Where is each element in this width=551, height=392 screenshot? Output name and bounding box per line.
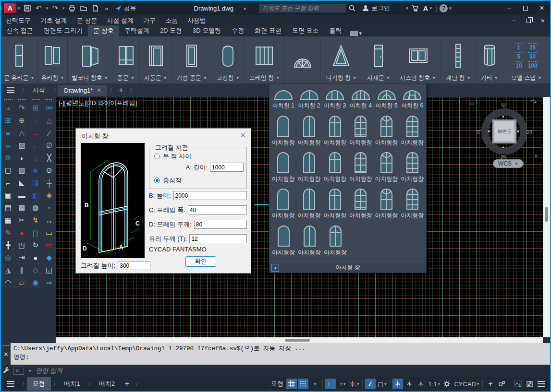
tool-icon[interactable]: ◠: [2, 276, 14, 289]
command-prompt-icon[interactable]: >_: [13, 367, 24, 375]
flyout-item[interactable]: 아치창 5: [374, 90, 400, 110]
flyout-item[interactable]: 아치형창: [348, 116, 374, 147]
drawing-menu-icon[interactable]: [7, 90, 14, 91]
model-snap-value[interactable]: 100: [528, 61, 538, 69]
radio-two-points-label[interactable]: 두 점 사이: [163, 152, 191, 161]
ribbon-tab[interactable]: 주택설계: [119, 25, 155, 36]
help-icon[interactable]: ?: [440, 4, 448, 12]
model-snap-value[interactable]: 1: [515, 43, 522, 51]
app-store-caret[interactable]: ▾: [428, 6, 433, 11]
tool-icon[interactable]: ↑: [29, 114, 42, 127]
ribbon-item-model-snap[interactable]: 12555010100 모델 스냅▼: [503, 36, 550, 83]
tool-icon[interactable]: △: [15, 127, 28, 139]
compass-center[interactable]: 평면도: [492, 119, 516, 143]
layout-tab[interactable]: 배치1: [58, 377, 86, 391]
tool-icon[interactable]: ◈: [43, 189, 55, 202]
tool-icon[interactable]: ╳: [43, 152, 55, 164]
tool-icon[interactable]: ←: [29, 139, 42, 152]
fullscreen-icon[interactable]: [524, 379, 535, 389]
tool-icon[interactable]: ∏: [29, 226, 42, 239]
undo-caret[interactable]: ▾: [45, 6, 50, 11]
isometric-toggle[interactable]: ▾: [348, 379, 360, 389]
more-tools-icon[interactable]: »: [101, 2, 112, 14]
tool-icon[interactable]: ▨: [15, 164, 28, 177]
tool-icon[interactable]: ⊕: [15, 114, 28, 127]
ribbon-tab[interactable]: 수정: [226, 25, 249, 36]
ribbon-tab[interactable]: 출력: [324, 25, 347, 36]
annotation-visibility-toggle[interactable]: [392, 379, 403, 389]
home-icon[interactable]: ⌂: [470, 99, 474, 107]
status-customize-icon[interactable]: [538, 383, 545, 384]
tool-icon[interactable]: ↓: [29, 152, 42, 164]
flyout-item[interactable]: 아치형창: [348, 152, 374, 183]
ok-button[interactable]: 확인: [185, 256, 216, 267]
compass-menu-caret[interactable]: ▾: [535, 154, 537, 159]
tab-close-icon[interactable]: ✕: [97, 87, 101, 94]
tool-icon[interactable]: ∅: [43, 139, 55, 152]
snap-toggle[interactable]: [298, 379, 308, 389]
layout-tab[interactable]: 배치2: [93, 377, 121, 391]
flyout-item[interactable]: 아치형창: [270, 152, 296, 183]
tool-icon[interactable]: ✂: [15, 214, 28, 226]
doc-close-button[interactable]: ×: [536, 16, 550, 25]
polar-tracking-toggle[interactable]: ◔▾: [337, 379, 347, 389]
help-caret[interactable]: ▾: [448, 6, 453, 11]
search-input[interactable]: 키워드 또는 구절 입력: [259, 3, 346, 13]
flyout-item[interactable]: 아치형창: [348, 189, 374, 220]
tool-icon[interactable]: ⇒: [43, 276, 55, 289]
tool-icon[interactable]: ⊙: [43, 164, 55, 177]
tool-icon[interactable]: ▭: [43, 239, 55, 251]
flyout-item[interactable]: 아치창 3: [322, 90, 348, 110]
ribbon-item-polygon-window[interactable]: 다각형 창▼: [321, 36, 362, 83]
ribbon-item-glass-window[interactable]: 유리창▼: [38, 36, 68, 83]
radio-two-points[interactable]: [154, 154, 160, 159]
undo-icon[interactable]: ↶: [33, 2, 45, 14]
tool-icon[interactable]: ⊞: [2, 114, 14, 127]
tool-icon[interactable]: ╋: [2, 239, 14, 251]
flyout-item[interactable]: 아치형창: [296, 189, 322, 220]
flyout-item[interactable]: 아치형창: [322, 226, 348, 257]
flyout-item[interactable]: 아치창 2: [296, 90, 322, 110]
menu-item[interactable]: 가구: [138, 16, 160, 25]
radio-center-point[interactable]: [154, 178, 160, 183]
tool-icon[interactable]: ⇥: [15, 251, 28, 264]
search-icon[interactable]: [346, 2, 358, 14]
ribbon-tab[interactable]: 신속 접근: [1, 25, 38, 36]
tool-icon[interactable]: ◉: [29, 276, 42, 289]
ribbon-tab[interactable]: 3D 모델링: [187, 25, 226, 36]
ribbon-item-frame-window[interactable]: 프레임 창▼: [245, 36, 285, 83]
draw-height-input[interactable]: [118, 261, 150, 270]
h-scroll-handle[interactable]: [285, 339, 310, 342]
new-drawing-button[interactable]: +: [115, 85, 127, 95]
tool-icon[interactable]: ┼: [43, 177, 55, 189]
command-drag-grip[interactable]: [2, 344, 9, 346]
menu-item[interactable]: 시설 설계: [102, 16, 138, 25]
tab-start[interactable]: 시작: [27, 84, 51, 96]
redo-icon[interactable]: ↷: [49, 2, 61, 14]
command-input[interactable]: 명령 입력: [36, 367, 63, 375]
flyout-item[interactable]: 아치형창: [322, 116, 348, 147]
tool-icon[interactable]: ◕: [2, 102, 14, 114]
command-history-text[interactable]: C:\Users\jeffy\AppData\Local\Temp\Drawin…: [11, 343, 550, 365]
tool-icon[interactable]: ◎: [2, 251, 14, 264]
b-height-input[interactable]: [173, 191, 247, 200]
tool-icon[interactable]: →: [29, 127, 42, 139]
radio-center-point-label[interactable]: 중심점: [163, 176, 182, 185]
tool-icon[interactable]: ∦: [15, 264, 28, 276]
tool-icon[interactable]: ◆: [43, 251, 55, 264]
flyout-item[interactable]: 아치형창: [374, 189, 400, 220]
flyout-item[interactable]: 아치형창: [270, 226, 296, 257]
flyout-item[interactable]: 아치형창: [374, 116, 400, 147]
ribbon-item-ready-door[interactable]: 기성 중문▼: [172, 36, 212, 83]
tool-icon[interactable]: ▦: [2, 214, 14, 226]
app-menu-caret[interactable]: ▾: [16, 6, 22, 11]
app-logo[interactable]: A: [4, 3, 16, 13]
tool-icon[interactable]: ⊞: [29, 102, 42, 114]
osnap-toggle[interactable]: ▢▾: [377, 379, 387, 389]
model-snap-value[interactable]: 5: [515, 52, 522, 60]
horizontal-scrollbar[interactable]: [56, 337, 543, 343]
layout-tab[interactable]: 모형: [27, 377, 51, 391]
tool-icon[interactable]: ◣: [15, 177, 28, 189]
model-snap-value[interactable]: 10: [515, 61, 522, 69]
cart-icon[interactable]: [410, 2, 421, 14]
